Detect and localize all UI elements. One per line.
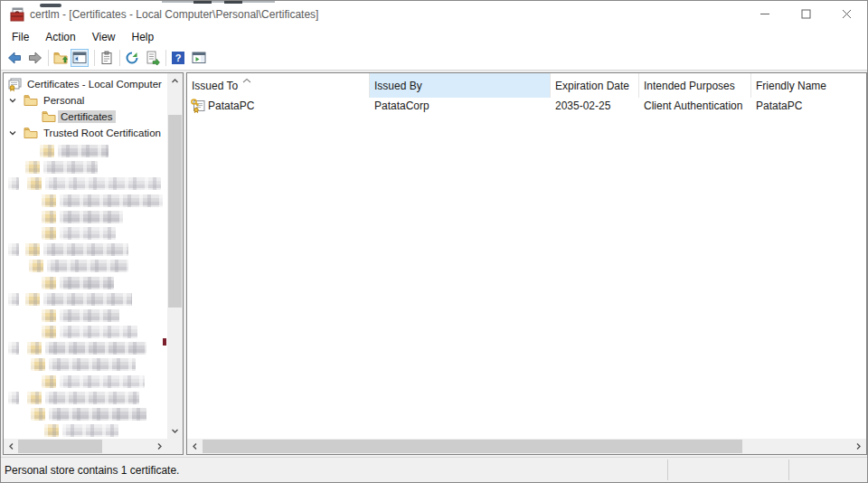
- redacted-tree-item[interactable]: [4, 308, 167, 324]
- scrollbar-thumb[interactable]: [168, 115, 182, 308]
- menu-view[interactable]: View: [84, 29, 124, 45]
- show-action-pane-button[interactable]: [190, 49, 208, 67]
- redacted-tree-item[interactable]: [4, 340, 167, 356]
- mmc-toolbox-icon: [10, 7, 24, 22]
- tree-item-personal[interactable]: Personal: [4, 92, 167, 109]
- redacted-label: [49, 358, 136, 371]
- column-label: Expiration Date: [555, 80, 629, 92]
- forward-button[interactable]: [26, 49, 44, 67]
- show-console-tree-button[interactable]: [71, 49, 89, 67]
- certificate-row[interactable]: PatataPC PatataCorp 2035-02-25 Client Au…: [187, 98, 866, 114]
- column-header-expiration-date[interactable]: Expiration Date: [551, 73, 639, 98]
- chevron-down-icon[interactable]: [8, 128, 17, 137]
- list-horizontal-scrollbar[interactable]: [187, 439, 866, 454]
- redacted-label: [60, 309, 119, 322]
- column-label: Issued By: [374, 80, 422, 92]
- redacted-folder-icon: [25, 293, 40, 306]
- status-bar: Personal store contains 1 certificate.: [1, 457, 867, 482]
- redacted-tree-item[interactable]: [4, 406, 167, 422]
- redacted-tree-item[interactable]: [4, 209, 167, 225]
- redacted-folder-icon: [25, 161, 40, 174]
- menu-action[interactable]: Action: [37, 29, 83, 45]
- toolbar: ?: [1, 46, 867, 71]
- screen-artifact: [40, 4, 61, 7]
- redacted-tree-item[interactable]: [4, 356, 167, 373]
- help-icon: ?: [171, 51, 185, 65]
- tree-item-label: Trusted Root Certification: [43, 127, 161, 139]
- tree-item-certificates[interactable]: Certificates: [4, 109, 167, 125]
- tree-vertical-scrollbar[interactable]: [167, 73, 183, 439]
- folder-icon: [24, 93, 38, 108]
- redacted-tree-item[interactable]: [4, 422, 167, 439]
- cell-issued-by: PatataCorp: [370, 98, 551, 114]
- scroll-right-icon[interactable]: [851, 439, 866, 454]
- redacted-folder-icon: [42, 211, 56, 223]
- redacted-folder-icon: [25, 243, 40, 256]
- certificate-list-pane: Issued To Issued By Expiration Date Inte…: [186, 72, 867, 455]
- redacted-tree-item[interactable]: [4, 143, 167, 159]
- intended-purposes-value: Client Authentication: [644, 99, 742, 112]
- redacted-label: [45, 392, 139, 404]
- chevron-down-icon[interactable]: [8, 96, 17, 105]
- redacted-label: [58, 145, 108, 157]
- title-bar[interactable]: certlm - [Certificates - Local Computer\…: [1, 1, 867, 27]
- scrollbar-thumb[interactable]: [18, 440, 102, 453]
- close-button[interactable]: [826, 1, 867, 27]
- minimize-button[interactable]: [745, 1, 786, 27]
- back-button[interactable]: [5, 49, 24, 67]
- column-header-issued-by[interactable]: Issued By: [370, 73, 551, 98]
- redacted-tree-item[interactable]: [4, 225, 167, 242]
- folder-icon: [42, 109, 56, 124]
- toolbar-separator: [119, 50, 120, 66]
- scroll-left-icon[interactable]: [4, 439, 19, 454]
- console-tree: Certificates - Local Computer Personal: [4, 76, 167, 141]
- scroll-left-icon[interactable]: [187, 439, 203, 454]
- list-header: Issued To Issued By Expiration Date Inte…: [187, 73, 866, 98]
- column-header-intended-purposes[interactable]: Intended Purposes: [639, 73, 751, 98]
- scrollbar-thumb[interactable]: [203, 440, 742, 453]
- redacted-chevron: [8, 243, 19, 256]
- tree-horizontal-scrollbar[interactable]: [4, 439, 167, 454]
- sort-ascending-icon: [241, 74, 252, 87]
- cell-intended-purposes: Client Authentication: [639, 98, 751, 114]
- console-tree-toggle-icon: [72, 51, 87, 65]
- forward-icon: [28, 51, 42, 65]
- redacted-tree-item[interactable]: [4, 324, 167, 340]
- certificate-icon: [191, 99, 205, 113]
- redacted-tree-item[interactable]: [4, 275, 167, 291]
- export-list-button[interactable]: [144, 49, 162, 67]
- menu-help[interactable]: Help: [124, 29, 163, 45]
- redacted-folder-icon: [42, 375, 56, 388]
- redacted-chevron: [8, 293, 19, 306]
- scroll-up-icon[interactable]: [167, 73, 183, 89]
- maximize-button[interactable]: [786, 1, 826, 27]
- redacted-tree-item[interactable]: [4, 175, 167, 192]
- tree-item-trusted-root-certification[interactable]: Trusted Root Certification: [4, 125, 167, 141]
- column-header-friendly-name[interactable]: Friendly Name: [751, 73, 866, 98]
- redacted-chevron: [8, 342, 19, 355]
- redacted-tree-item[interactable]: [4, 390, 167, 406]
- redacted-folder-icon: [27, 342, 42, 355]
- up-one-level-button[interactable]: [52, 49, 70, 67]
- help-button[interactable]: ?: [169, 49, 187, 67]
- redacted-label: [60, 227, 116, 240]
- column-header-issued-to[interactable]: Issued To: [187, 73, 370, 98]
- redacted-chevron: [8, 177, 19, 190]
- redacted-tree-item[interactable]: [4, 159, 167, 175]
- redacted-tree-item[interactable]: [4, 193, 167, 209]
- redacted-tree-item[interactable]: [4, 242, 167, 258]
- cell-issued-to: PatataPC: [187, 98, 370, 114]
- tree-item-certificates-local-computer[interactable]: Certificates - Local Computer: [4, 76, 167, 92]
- svg-text:?: ?: [175, 52, 182, 63]
- status-separator: [667, 459, 668, 480]
- clipboard-button[interactable]: [98, 49, 116, 67]
- redacted-tree-item[interactable]: [4, 258, 167, 274]
- column-label: Issued To: [192, 80, 238, 92]
- scroll-down-icon[interactable]: [167, 423, 183, 439]
- refresh-button[interactable]: [123, 49, 141, 67]
- redacted-tree-item[interactable]: [4, 291, 167, 308]
- issued-by-value: PatataCorp: [374, 99, 429, 112]
- menu-file[interactable]: File: [4, 29, 37, 45]
- redacted-tree-item[interactable]: [4, 374, 167, 390]
- scroll-right-icon[interactable]: [152, 439, 167, 454]
